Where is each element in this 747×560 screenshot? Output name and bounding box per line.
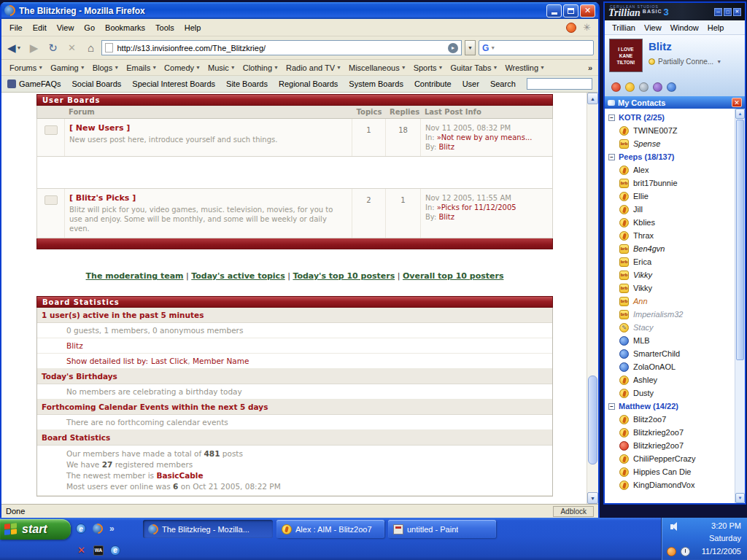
contact-item[interactable]: Ashley xyxy=(605,373,735,386)
contacts-header[interactable]: My Contacts ✕ xyxy=(605,96,745,109)
extension-gear-icon[interactable]: ✳ xyxy=(583,22,591,33)
taskbar-button[interactable]: untitled - Paint xyxy=(388,520,496,538)
trillian-titlebar[interactable]: CERULEAN STUDIOS Trillian BASIC 3 ─ □ ✕ xyxy=(605,3,745,20)
contact-item[interactable]: Blitz2oo7 xyxy=(605,413,735,426)
forum-link[interactable]: [ Blitz's Picks ] xyxy=(69,193,347,203)
collapse-icon[interactable]: − xyxy=(608,154,615,160)
contact-item[interactable]: Ellie xyxy=(605,190,735,203)
bookmark-link[interactable]: GameFAQs xyxy=(7,79,61,88)
contact-item[interactable]: ✎Stacy xyxy=(605,321,735,334)
close-button[interactable]: ✕ xyxy=(580,4,595,18)
last-poster-link[interactable]: Blitz xyxy=(438,143,454,151)
contact-item[interactable]: brbErica xyxy=(605,255,735,268)
menu-item-view[interactable]: View xyxy=(52,21,80,34)
bookmark-folder[interactable]: Comedy▼ xyxy=(160,62,204,74)
taskbar-button[interactable]: Alex : AIM - Blitz2oo7 xyxy=(276,520,384,538)
contact-item[interactable]: brbAnn xyxy=(605,295,735,308)
extension-orange-icon[interactable] xyxy=(566,23,576,33)
address-bar-text[interactable]: http://s13.invisionfree.com/The_Blitzkri… xyxy=(117,44,266,52)
bookmarks-overflow-chevron[interactable]: » xyxy=(588,63,594,72)
contacts-scrollbar[interactable]: ▲ ▼ xyxy=(735,109,745,503)
address-dropdown-button[interactable]: ▼ xyxy=(465,40,476,55)
scroll-up-icon[interactable]: ▲ xyxy=(587,93,598,104)
purple-protocol-icon[interactable] xyxy=(653,82,662,92)
last-poster-link[interactable]: Blitz xyxy=(438,213,454,221)
bookmark-folder[interactable]: Sports▼ xyxy=(410,62,447,74)
contact-item[interactable]: Blitzkrieg2oo7 xyxy=(605,439,735,452)
bookmark-folder[interactable]: Miscellaneous▼ xyxy=(345,62,410,74)
contact-item[interactable]: Dusty xyxy=(605,386,735,400)
menu-item-help[interactable]: Help xyxy=(179,21,206,34)
menu-item-help[interactable]: Help xyxy=(703,22,729,34)
member-link[interactable]: BasicCable xyxy=(156,471,203,480)
identity-name[interactable]: Blitz xyxy=(649,40,721,52)
bookmark-folder[interactable]: Emails▼ xyxy=(123,62,160,74)
contact-item[interactable]: brbImperialism32 xyxy=(605,308,735,321)
bookmark-folder[interactable]: Gaming▼ xyxy=(47,62,88,74)
menu-item-view[interactable]: View xyxy=(640,22,666,34)
bookmark-link[interactable]: System Boards xyxy=(349,79,403,88)
blue-protocol-icon[interactable] xyxy=(667,82,676,92)
contact-group[interactable]: −Matthew (14/22) xyxy=(605,400,735,413)
bookmark-folder[interactable]: Radio and TV▼ xyxy=(282,62,345,74)
contact-item[interactable]: brbbrit17bunnie xyxy=(605,176,735,190)
scrollbar-thumb[interactable] xyxy=(736,120,744,360)
footer-link[interactable]: Today's active topics xyxy=(191,271,285,281)
contact-item[interactable]: Alex xyxy=(605,163,735,176)
bookmark-folder[interactable]: Blogs▼ xyxy=(89,62,123,74)
last-click-link[interactable]: Last Click xyxy=(151,357,187,365)
menu-item-edit[interactable]: Edit xyxy=(28,21,52,34)
contact-item[interactable]: Blitzkrieg2oo7 xyxy=(605,426,735,439)
contact-item[interactable]: brbBen4gvn xyxy=(605,242,735,255)
bookmark-folder[interactable]: Forums▼ xyxy=(6,62,47,74)
bookmark-folder[interactable]: Music▼ xyxy=(204,62,239,74)
red-x-icon[interactable]: ✕ xyxy=(76,545,87,556)
contact-group[interactable]: −Peeps (18/137) xyxy=(605,150,735,163)
bookmark-folder[interactable]: Clothing▼ xyxy=(239,62,282,74)
go-icon[interactable]: ▸ xyxy=(448,43,458,53)
stop-button[interactable]: ✕ xyxy=(63,39,80,57)
taskbar-button[interactable]: The Blitzkrieg - Mozilla... xyxy=(143,520,273,538)
contact-item[interactable]: Hippies Can Die xyxy=(605,465,735,478)
tray-clock-icon[interactable] xyxy=(681,547,690,556)
contact-item[interactable]: Jill xyxy=(605,203,735,216)
contact-item[interactable]: ChiliPepperCrazy xyxy=(605,452,735,465)
yellow-protocol-icon[interactable] xyxy=(625,82,635,92)
contact-item[interactable]: KingDiamondVox xyxy=(605,478,735,491)
contact-item[interactable]: Thrax xyxy=(605,229,735,242)
search-box[interactable]: G ▼ xyxy=(479,40,594,55)
menu-item-tools[interactable]: Tools xyxy=(150,21,179,34)
scroll-up-icon[interactable]: ▲ xyxy=(735,109,745,119)
ie-icon[interactable]: e xyxy=(110,545,120,556)
forum-link[interactable]: [ New Users ] xyxy=(69,123,347,133)
close-contacts-icon[interactable]: ✕ xyxy=(732,98,742,107)
contact-item[interactable]: SmarterChild xyxy=(605,347,735,360)
red-protocol-icon[interactable] xyxy=(611,82,621,92)
bookmark-folder[interactable]: Guitar Tabs▼ xyxy=(446,62,501,74)
home-button[interactable]: ⌂ xyxy=(82,39,98,57)
avatar[interactable]: I LOVE KANE TILTON! xyxy=(609,39,643,72)
member-name-link[interactable]: Member Name xyxy=(193,357,249,365)
contact-item[interactable]: MLB xyxy=(605,334,735,347)
contact-group[interactable]: −KOTR (2/25) xyxy=(605,111,735,124)
menu-item-bookmarks[interactable]: Bookmarks xyxy=(100,21,150,34)
footer-link[interactable]: The moderating team xyxy=(86,271,184,281)
clock-time[interactable]: 3:20 PM xyxy=(711,521,741,530)
scroll-down-icon[interactable]: ▼ xyxy=(587,492,598,504)
toolbar-search-input[interactable] xyxy=(527,78,592,90)
address-bar[interactable]: http://s13.invisionfree.com/The_Blitzkri… xyxy=(101,40,462,55)
reload-button[interactable]: ↻ xyxy=(44,39,61,57)
overflow-chevron-icon[interactable]: » xyxy=(109,524,115,534)
volume-icon[interactable] xyxy=(670,524,673,529)
close-button[interactable]: ✕ xyxy=(733,8,741,16)
browser-scrollbar[interactable]: ▲ ▼ xyxy=(587,93,598,504)
minimize-button[interactable] xyxy=(546,4,562,18)
firefox-icon[interactable] xyxy=(93,524,103,534)
collapse-icon[interactable]: − xyxy=(608,114,615,121)
scrollbar-thumb[interactable] xyxy=(588,376,597,464)
last-topic-link[interactable]: »Not new by any means... xyxy=(437,133,533,141)
maximize-button[interactable]: □ xyxy=(724,8,732,16)
winamp-icon[interactable]: WA xyxy=(93,545,104,556)
bookmark-link[interactable]: Contribute xyxy=(414,79,452,88)
bookmark-link[interactable]: Regional Boards xyxy=(279,79,338,88)
